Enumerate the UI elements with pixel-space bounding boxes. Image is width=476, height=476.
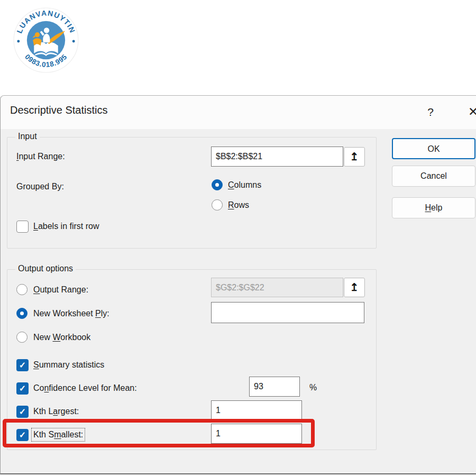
columns-radio[interactable]: [212, 179, 223, 190]
summary-statistics-checkbox[interactable]: ✓: [16, 359, 29, 371]
kth-smallest-label[interactable]: Kth Smallest:: [33, 430, 83, 440]
kth-smallest-field[interactable]: [211, 424, 302, 444]
dialog-titlebar: Descriptive Statistics ? ✕: [1, 96, 476, 129]
percent-label: %: [309, 383, 317, 392]
grouped-by-label: Grouped By:: [16, 182, 64, 191]
confidence-level-checkbox[interactable]: ✓: [16, 382, 29, 395]
labels-first-row-checkbox[interactable]: [16, 221, 29, 233]
input-range-label: Input Range:: [16, 152, 65, 161]
rows-label[interactable]: Rows: [228, 200, 249, 210]
output-options-group-label: Output options: [15, 264, 76, 273]
check-icon: ✓: [19, 361, 26, 370]
help-button[interactable]: Help: [392, 197, 475, 218]
logo-right-dot: [72, 40, 75, 43]
dialog-title: Descriptive Statistics: [10, 104, 108, 116]
input-range-picker-button[interactable]: ↥: [344, 147, 365, 167]
new-worksheet-ply-radio[interactable]: [16, 308, 28, 319]
check-icon: ✓: [19, 384, 26, 393]
collapse-dialog-icon: ↥: [350, 151, 359, 162]
ok-button[interactable]: OK: [392, 138, 475, 159]
kth-smallest-checkbox[interactable]: ✓: [16, 429, 29, 441]
cancel-button[interactable]: Cancel: [392, 166, 475, 187]
output-range-field[interactable]: [211, 278, 343, 297]
new-workbook-label[interactable]: New Workbook: [33, 333, 90, 342]
labels-first-row-label[interactable]: Labels in first row: [33, 222, 99, 231]
columns-label[interactable]: Columns: [228, 180, 261, 190]
input-group-label: Input: [15, 132, 40, 141]
kth-largest-field[interactable]: [211, 400, 302, 420]
output-range-label[interactable]: Output Range:: [33, 285, 88, 295]
descriptive-statistics-dialog: Descriptive Statistics ? ✕ Input Input R…: [0, 95, 476, 474]
collapse-dialog-icon: ↥: [350, 281, 359, 293]
new-worksheet-ply-field[interactable]: [211, 302, 364, 323]
kth-largest-checkbox[interactable]: ✓: [16, 406, 29, 418]
output-range-picker-button[interactable]: ↥: [344, 278, 365, 297]
kth-largest-label[interactable]: Kth Largest:: [33, 407, 79, 416]
luanvanuytin-logo: LUANVANUYTIN 0983.018.995: [13, 7, 79, 73]
help-icon[interactable]: ?: [422, 102, 440, 122]
new-workbook-radio[interactable]: [16, 332, 28, 343]
close-icon[interactable]: ✕: [468, 101, 476, 122]
new-worksheet-ply-label[interactable]: New Worksheet Ply:: [33, 309, 109, 318]
logo-left-dot: [17, 40, 20, 43]
check-icon: ✓: [19, 407, 26, 416]
summary-statistics-label[interactable]: Summary statistics: [33, 360, 104, 370]
check-icon: ✓: [19, 431, 26, 440]
output-range-radio[interactable]: [16, 284, 28, 295]
confidence-level-field[interactable]: [249, 377, 300, 397]
rows-radio[interactable]: [212, 199, 223, 210]
confidence-level-label[interactable]: Confidence Level for Mean:: [33, 383, 137, 393]
input-range-field[interactable]: [211, 147, 343, 167]
